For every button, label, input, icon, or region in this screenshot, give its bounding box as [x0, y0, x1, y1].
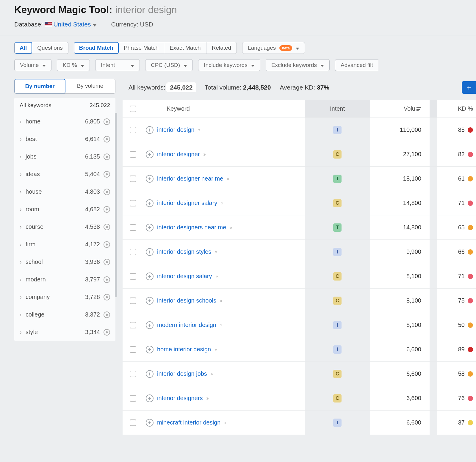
tab-exact-match[interactable]: Exact Match: [164, 42, 206, 54]
double-chevron-icon[interactable]: ››: [198, 127, 200, 133]
eye-icon[interactable]: [104, 241, 110, 248]
expand-icon[interactable]: +: [146, 248, 154, 256]
expand-icon[interactable]: +: [146, 370, 154, 378]
double-chevron-icon[interactable]: ››: [220, 322, 221, 328]
by-number-toggle[interactable]: By number: [14, 79, 65, 94]
tab-phrase-match[interactable]: Phrase Match: [118, 42, 164, 54]
keyword-link[interactable]: interior design styles: [157, 248, 211, 255]
tab-all[interactable]: All: [14, 42, 32, 54]
tab-broad-match[interactable]: Broad Match: [74, 42, 119, 54]
eye-icon[interactable]: [104, 154, 110, 160]
eye-icon[interactable]: [104, 136, 110, 142]
sidebar-item[interactable]: ›firm4,172: [14, 236, 115, 253]
row-checkbox[interactable]: [130, 249, 136, 255]
sidebar-item[interactable]: ›jobs6,135: [14, 148, 115, 165]
double-chevron-icon[interactable]: ››: [224, 420, 226, 426]
sidebar-item[interactable]: ›best6,614: [14, 130, 115, 148]
double-chevron-icon[interactable]: ››: [215, 249, 216, 255]
row-checkbox[interactable]: [130, 176, 136, 182]
by-volume-toggle[interactable]: By volume: [65, 79, 115, 93]
expand-icon[interactable]: +: [146, 321, 154, 329]
row-checkbox[interactable]: [130, 127, 136, 133]
keyword-link[interactable]: interior design salary: [157, 273, 212, 280]
languages-dropdown[interactable]: Languages beta: [242, 42, 305, 54]
sidebar-item[interactable]: ›college3,372: [14, 306, 115, 323]
eye-icon[interactable]: [104, 189, 110, 195]
cpc-filter[interactable]: CPC (USD): [145, 59, 193, 71]
eye-icon[interactable]: [104, 329, 110, 336]
advanced-filters[interactable]: Advanced filt: [335, 59, 378, 71]
double-chevron-icon[interactable]: ››: [203, 151, 205, 157]
expand-icon[interactable]: +: [146, 151, 154, 158]
expand-icon[interactable]: +: [146, 346, 154, 353]
select-all-checkbox[interactable]: [130, 106, 136, 112]
row-checkbox[interactable]: [130, 322, 136, 328]
sidebar-item[interactable]: ›house4,803: [14, 183, 115, 201]
eye-icon[interactable]: [104, 118, 110, 125]
eye-icon[interactable]: [104, 311, 110, 318]
eye-icon[interactable]: [104, 259, 110, 265]
include-keywords-filter[interactable]: Include keywords: [198, 59, 260, 71]
sidebar-item[interactable]: ›style3,344: [14, 323, 115, 341]
col-volume-header[interactable]: Volu: [404, 105, 415, 112]
expand-icon[interactable]: +: [146, 419, 154, 427]
eye-icon[interactable]: [104, 294, 110, 300]
add-button[interactable]: +: [462, 81, 476, 94]
row-checkbox[interactable]: [130, 224, 136, 231]
row-checkbox[interactable]: [130, 273, 136, 280]
sidebar-item[interactable]: ›company3,728: [14, 288, 115, 306]
database-selector[interactable]: United States: [53, 21, 96, 28]
eye-icon[interactable]: [104, 171, 110, 178]
keyword-link[interactable]: interior designers near me: [157, 224, 226, 231]
sidebar-item[interactable]: ›home6,805: [14, 113, 115, 130]
row-checkbox[interactable]: [130, 419, 136, 426]
sidebar-item[interactable]: ›course4,538: [14, 218, 115, 236]
double-chevron-icon[interactable]: ››: [221, 200, 222, 206]
sidebar-item[interactable]: ›school3,936: [14, 253, 115, 271]
sidebar-item[interactable]: ›ideas5,404: [14, 165, 115, 183]
keyword-link[interactable]: interior design jobs: [157, 370, 207, 377]
eye-icon[interactable]: [104, 276, 110, 283]
row-checkbox[interactable]: [130, 297, 136, 304]
tab-questions[interactable]: Questions: [32, 42, 68, 54]
keyword-link[interactable]: interior designer: [157, 151, 200, 158]
eye-icon[interactable]: [104, 206, 110, 213]
col-kd-header[interactable]: KD %: [458, 105, 473, 112]
double-chevron-icon[interactable]: ››: [211, 371, 212, 377]
keyword-link[interactable]: modern interior design: [157, 322, 216, 328]
double-chevron-icon[interactable]: ››: [206, 395, 208, 401]
exclude-keywords-filter[interactable]: Exclude keywords: [266, 59, 330, 71]
keyword-link[interactable]: interior design schools: [157, 297, 216, 304]
expand-icon[interactable]: +: [146, 272, 154, 280]
keyword-link[interactable]: home interior design: [157, 346, 211, 353]
row-checkbox[interactable]: [130, 151, 136, 158]
scrollbar[interactable]: [115, 113, 117, 297]
expand-icon[interactable]: +: [146, 224, 154, 231]
row-checkbox[interactable]: [130, 346, 136, 353]
double-chevron-icon[interactable]: ››: [214, 347, 216, 353]
expand-icon[interactable]: +: [146, 199, 154, 207]
double-chevron-icon[interactable]: ››: [220, 298, 221, 304]
keyword-link[interactable]: minecraft interior design: [157, 419, 220, 426]
expand-icon[interactable]: +: [146, 297, 154, 305]
double-chevron-icon[interactable]: ››: [230, 225, 231, 231]
keyword-link[interactable]: interior designer salary: [157, 200, 217, 206]
expand-icon[interactable]: +: [146, 394, 154, 402]
tab-related[interactable]: Related: [206, 42, 237, 54]
row-checkbox[interactable]: [130, 395, 136, 402]
double-chevron-icon[interactable]: ››: [227, 176, 228, 182]
expand-icon[interactable]: +: [146, 126, 154, 134]
eye-icon[interactable]: [104, 224, 110, 230]
volume-filter[interactable]: Volume: [14, 59, 51, 71]
col-keyword-header[interactable]: Keyword: [167, 105, 190, 112]
col-intent-header[interactable]: Intent: [330, 105, 345, 112]
intent-filter[interactable]: Intent: [95, 59, 140, 71]
row-checkbox[interactable]: [130, 200, 136, 206]
keyword-link[interactable]: interior designer near me: [157, 175, 223, 182]
row-checkbox[interactable]: [130, 371, 136, 377]
keyword-link[interactable]: interior design: [157, 126, 195, 133]
kd-filter[interactable]: KD %: [57, 59, 90, 71]
keyword-link[interactable]: interior designers: [157, 395, 203, 402]
expand-icon[interactable]: +: [146, 175, 154, 183]
double-chevron-icon[interactable]: ››: [216, 273, 217, 279]
